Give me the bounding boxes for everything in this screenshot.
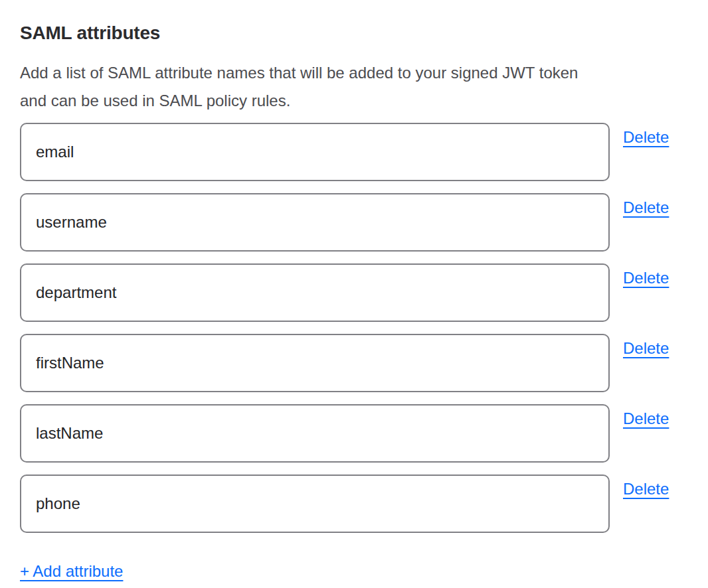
saml-settings-page: SAML attributes Add a list of SAML attri… [0, 0, 708, 588]
attribute-input[interactable] [20, 475, 610, 533]
attribute-row: Delete [20, 334, 691, 392]
attribute-input[interactable] [20, 334, 610, 392]
attribute-row: Delete [20, 193, 691, 252]
attribute-list: Delete Delete Delete Delete Delete Delet… [20, 123, 691, 533]
attribute-row: Delete [20, 263, 691, 322]
attribute-row: Delete [20, 404, 691, 463]
attribute-row: Delete [20, 475, 691, 533]
attribute-input[interactable] [20, 123, 610, 181]
section-description: Add a list of SAML attribute names that … [20, 59, 691, 115]
delete-attribute-link[interactable]: Delete [623, 409, 669, 428]
delete-attribute-link[interactable]: Delete [623, 198, 669, 217]
delete-attribute-link[interactable]: Delete [623, 269, 669, 287]
add-attribute-link[interactable]: + Add attribute [20, 562, 123, 581]
section-description-line-2: and can be used in SAML policy rules. [20, 87, 691, 115]
attribute-input[interactable] [20, 404, 610, 463]
delete-attribute-link[interactable]: Delete [623, 339, 669, 358]
delete-attribute-link[interactable]: Delete [623, 128, 669, 147]
attribute-input[interactable] [20, 263, 610, 322]
saml-attributes-section: SAML attributes Add a list of SAML attri… [0, 0, 691, 581]
attribute-row: Delete [20, 123, 691, 181]
section-description-line-1: Add a list of SAML attribute names that … [20, 59, 691, 87]
attribute-input[interactable] [20, 193, 610, 252]
delete-attribute-link[interactable]: Delete [623, 480, 669, 498]
section-title: SAML attributes [20, 22, 691, 44]
